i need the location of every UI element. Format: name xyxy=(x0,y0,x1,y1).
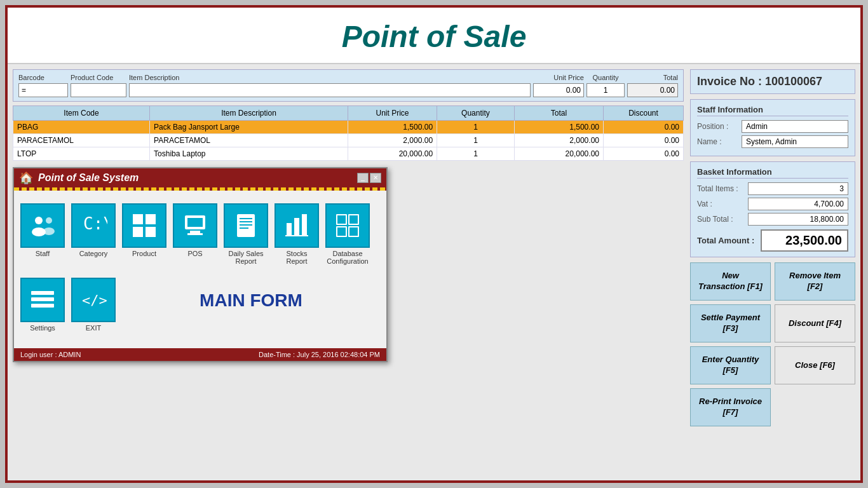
enter-quantity-button[interactable]: Enter Quantity[F5] xyxy=(690,346,771,384)
database-label: DatabaseConfiguration xyxy=(327,250,368,265)
svg-rect-5 xyxy=(133,214,143,224)
header: Point of Sale xyxy=(8,8,860,64)
basket-section-title: Basket Information xyxy=(697,167,848,179)
svg-rect-32 xyxy=(31,304,54,308)
barcode-input[interactable] xyxy=(18,83,68,97)
nav-stocks[interactable]: StocksReport xyxy=(275,203,319,265)
category-label: Category xyxy=(79,250,108,257)
cell-discount: 0.00 xyxy=(603,147,683,161)
basket-section: Basket Information Total Items : 3 Vat :… xyxy=(690,161,855,257)
name-row: Name : System, Admin xyxy=(697,135,848,148)
nav-pos[interactable]: POS xyxy=(173,203,217,265)
total-amount-label: Total Amount : xyxy=(697,236,761,245)
table-row[interactable]: LTOP Toshiba Laptop 20,000.00 1 20,000.0… xyxy=(13,147,684,161)
category-icon-btn[interactable]: C:\ xyxy=(71,203,116,248)
svg-point-2 xyxy=(46,217,52,224)
prodcode-input[interactable] xyxy=(71,83,126,97)
cell-unitprice: 20,000.00 xyxy=(348,147,437,161)
right-panel: Invoice No : 100100067 Staff Information… xyxy=(690,69,855,426)
itemdesc-input[interactable] xyxy=(129,83,531,97)
table-row[interactable]: PBAG Pack Bag Jansport Large 1,500.00 1 … xyxy=(13,121,684,134)
svg-text:</>: </> xyxy=(82,292,107,308)
daily-sales-icon xyxy=(232,212,260,240)
pos-icon-btn[interactable] xyxy=(173,203,217,248)
cell-unitprice: 1,500.00 xyxy=(348,121,437,134)
new-transaction-button[interactable]: NewTransaction [F1] xyxy=(690,262,771,301)
total-items-row: Total Items : 3 xyxy=(697,182,848,195)
vat-value: 4,700.00 xyxy=(748,198,848,210)
input-bar: Barcode Product Code Item Description Un… xyxy=(13,69,684,102)
daily-sales-icon-btn[interactable] xyxy=(224,203,268,248)
product-icon-btn[interactable] xyxy=(122,203,166,248)
discount-button[interactable]: Discount [F4] xyxy=(775,304,855,342)
nav-staff[interactable]: Staff xyxy=(20,203,65,265)
pos-icon xyxy=(181,212,209,240)
itemdesc-label: Item Description xyxy=(129,74,531,81)
col-discount: Discount xyxy=(603,106,683,121)
svg-rect-27 xyxy=(349,215,358,224)
svg-rect-8 xyxy=(146,227,156,237)
vat-label: Vat : xyxy=(697,200,748,208)
staff-icon-btn[interactable] xyxy=(20,203,65,248)
stocks-icon-btn[interactable] xyxy=(275,203,319,248)
unitprice-label: Unit Price xyxy=(533,74,584,81)
cell-qty: 1 xyxy=(437,134,515,147)
vat-row: Vat : 4,700.00 xyxy=(697,198,848,210)
modal-titlebar: 🏠 Point of Sale System _ ✕ xyxy=(14,168,386,187)
svg-rect-26 xyxy=(337,215,346,224)
page-title: Point of Sale xyxy=(8,19,860,54)
staff-icon xyxy=(29,212,57,240)
col-unitprice: Unit Price xyxy=(348,106,437,121)
modal-title: Point of Sale System xyxy=(38,172,139,184)
nav-database[interactable]: DatabaseConfiguration xyxy=(325,203,370,265)
database-icon-btn[interactable] xyxy=(325,203,370,248)
nav-settings[interactable]: Settings xyxy=(20,278,65,332)
cell-code: PARACETAMOL xyxy=(13,134,150,147)
cell-discount: 0.00 xyxy=(603,134,683,147)
remove-item-button[interactable]: Remove Item[F2] xyxy=(775,262,855,301)
cell-desc: Pack Bag Jansport Large xyxy=(150,121,348,134)
category-icon: C:\ xyxy=(79,212,107,240)
exit-icon-btn[interactable]: </> xyxy=(71,278,116,322)
total-amount-value: 23,500.00 xyxy=(761,229,848,252)
unitprice-input[interactable] xyxy=(533,83,584,97)
total-items-value: 3 xyxy=(748,182,848,195)
cell-total: 20,000.00 xyxy=(514,147,603,161)
svg-point-3 xyxy=(43,227,55,235)
staff-info-section: Staff Information Position : Admin Name … xyxy=(690,99,855,156)
table-header: Item Code Item Description Unit Price Qu… xyxy=(13,106,684,121)
reprint-invoice-button[interactable]: Re-Print Invoice[F7] xyxy=(690,388,771,426)
position-label: Position : xyxy=(697,122,742,131)
cell-discount: 0.00 xyxy=(603,121,683,134)
svg-rect-7 xyxy=(133,227,143,237)
product-icon xyxy=(130,212,158,240)
modal-footer-left: Login user : ADMIN xyxy=(20,351,81,358)
stocks-icon xyxy=(283,212,311,240)
house-icon: 🏠 xyxy=(19,171,33,185)
close-button[interactable]: Close [F6] xyxy=(775,346,855,384)
nav-daily-sales[interactable]: Daily SalesReport xyxy=(224,203,268,265)
staff-label: Staff xyxy=(36,250,50,257)
table-row[interactable]: PARACETAMOL PARACETAMOL 2,000.00 1 2,000… xyxy=(13,134,684,147)
modal-close-button[interactable]: ✕ xyxy=(370,173,381,183)
modal-icons-row: Staff C:\ Category xyxy=(20,203,380,265)
nav-exit[interactable]: </> EXIT xyxy=(71,278,116,332)
invoice-section: Invoice No : 100100067 xyxy=(690,69,855,94)
cell-unitprice: 2,000.00 xyxy=(348,134,437,147)
subtotal-row: Sub Total : 18,800.00 xyxy=(697,213,848,226)
settings-icon xyxy=(29,286,57,314)
svg-rect-12 xyxy=(187,218,203,227)
svg-rect-20 xyxy=(302,214,307,236)
database-icon xyxy=(334,212,362,240)
modal-minimize-button[interactable]: _ xyxy=(357,173,369,183)
staff-section-title: Staff Information xyxy=(697,105,848,116)
settings-icon-btn[interactable] xyxy=(20,278,65,322)
quantity-input[interactable] xyxy=(587,83,625,97)
settle-payment-button[interactable]: Settle Payment[F3] xyxy=(690,304,771,342)
total-amount-row: Total Amount : 23,500.00 xyxy=(697,229,848,252)
nav-product[interactable]: Product xyxy=(122,203,166,265)
svg-rect-10 xyxy=(190,231,200,233)
nav-category[interactable]: C:\ Category xyxy=(71,203,116,265)
modal-window-buttons: _ ✕ xyxy=(357,173,381,183)
pos-label: POS xyxy=(187,250,202,257)
